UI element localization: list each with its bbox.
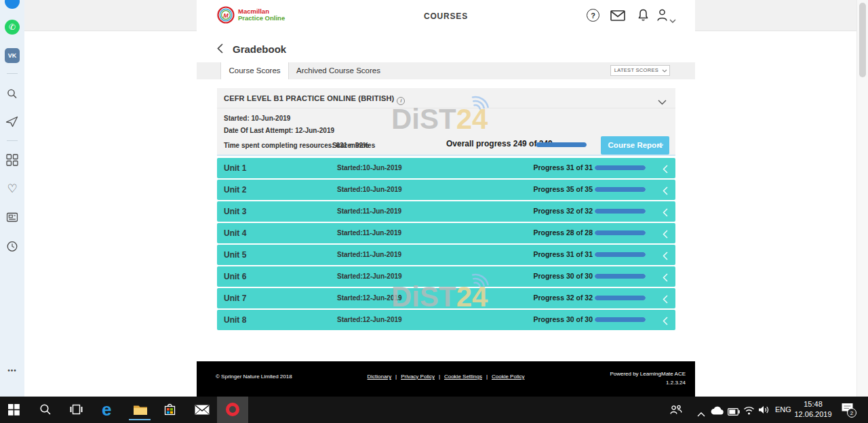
tab-archived-course-scores[interactable]: Archived Course Scores (290, 62, 387, 79)
start-button-icon[interactable] (8, 404, 20, 418)
telegram-plane-icon[interactable] (6, 116, 19, 130)
unit-started: Started:10-Jun-2019 (337, 164, 402, 172)
unit-row[interactable]: Unit 7 Started:12-Jun-2019 Progress 32 o… (217, 288, 675, 308)
course-chevron-down-icon[interactable] (658, 96, 667, 108)
unit-row[interactable]: Unit 3 Started:11-Jun-2019 Progress 32 o… (217, 201, 675, 222)
unit-name: Unit 3 (224, 207, 246, 216)
history-clock-icon[interactable] (7, 241, 18, 255)
course-accordion-header[interactable]: CEFR LEVEL B1 PRACTICE ONLINE (BRITISH)i (217, 88, 675, 108)
unit-chevron-icon[interactable] (663, 251, 668, 263)
course-title: CEFR LEVEL B1 PRACTICE ONLINE (BRITISH)i (224, 94, 405, 105)
unit-progress-label: Progress 31 of 31 (533, 163, 593, 172)
footer-link[interactable]: Privacy Policy (401, 374, 444, 380)
unit-chevron-icon[interactable] (663, 273, 668, 285)
unit-row[interactable]: Unit 6 Started:12-Jun-2019 Progress 30 o… (217, 266, 675, 287)
footer-version: 1.2.3.24 (666, 380, 686, 386)
unit-chevron-icon[interactable] (663, 294, 668, 306)
messenger-icon[interactable] (5, 0, 20, 9)
unit-chevron-icon[interactable] (663, 229, 668, 241)
volume-icon[interactable] (758, 405, 770, 418)
overall-progress-fill (536, 142, 587, 147)
unit-progress-fill (595, 296, 646, 300)
windows-taskbar: e ENG 15: (0, 397, 868, 423)
footer-link[interactable]: Cookie Policy (492, 374, 524, 380)
back-chevron-icon[interactable] (217, 43, 223, 56)
news-icon[interactable] (7, 212, 18, 225)
unit-name: Unit 8 (224, 315, 246, 325)
unit-row[interactable]: Unit 2 Started:10-Jun-2019 Progress 35 o… (217, 180, 675, 200)
sort-chevron-down-icon (662, 69, 667, 73)
footer-powered-by: Powered by LearningMate ACE (610, 371, 686, 377)
file-explorer-icon[interactable] (133, 404, 148, 418)
unit-progress-fill (595, 252, 646, 257)
unit-progress-bar (595, 230, 646, 235)
vk-icon[interactable]: VK (5, 48, 20, 63)
speed-dial-grid-icon[interactable] (6, 154, 18, 169)
unit-row[interactable]: Unit 1 Started:10-Jun-2019 Progress 31 o… (217, 158, 675, 178)
report-chevron-down-icon (657, 144, 664, 148)
unit-row[interactable]: Unit 8 Started:12-Jun-2019 Progress 30 o… (217, 310, 675, 330)
people-icon[interactable] (670, 405, 682, 418)
open-app-indicator (129, 419, 151, 420)
help-icon[interactable]: ? (587, 9, 599, 22)
unit-progress-bar (595, 252, 646, 257)
opera-taskbar-cell[interactable] (217, 397, 248, 423)
unit-name: Unit 6 (224, 272, 246, 281)
unit-chevron-icon[interactable] (663, 186, 668, 198)
unit-progress-bar (595, 165, 646, 170)
clock[interactable]: 15:48 12.06.2019 (789, 399, 837, 420)
unit-progress-label: Progress 35 of 35 (533, 185, 593, 193)
wifi-icon[interactable] (743, 405, 755, 418)
mail-app-icon[interactable] (195, 405, 210, 418)
whatsapp-icon[interactable]: ✆ (5, 20, 20, 35)
course-report-button[interactable]: Course Report (601, 136, 669, 155)
account-chevron-down-icon[interactable] (669, 14, 676, 26)
unit-list: Unit 1 Started:10-Jun-2019 Progress 31 o… (217, 158, 675, 331)
unit-row[interactable]: Unit 5 Started:11-Jun-2019 Progress 31 o… (217, 245, 675, 265)
edge-icon[interactable]: e (102, 401, 111, 418)
unit-started: Started:11-Jun-2019 (337, 251, 401, 258)
sidebar-more-icon[interactable]: ••• (7, 367, 17, 374)
info-icon[interactable]: i (397, 97, 405, 105)
unit-progress-fill (595, 274, 646, 279)
scrollbar-thumb[interactable] (859, 3, 866, 77)
unit-chevron-icon[interactable] (663, 207, 668, 220)
browser-scrollbar[interactable] (856, 0, 868, 397)
notifications-bell-icon[interactable] (637, 9, 649, 25)
store-icon[interactable] (163, 403, 176, 419)
unit-progress-label: Progress 32 of 32 (533, 207, 593, 215)
tab-course-scores[interactable]: Course Scores (220, 62, 289, 79)
course-last-attempt: Date Of Last Attempt: 12-Jun-2019 (224, 127, 334, 134)
tray-chevron-up-icon[interactable] (697, 407, 705, 420)
page-footer: © Springer Nature Limited 2018 Dictionar… (197, 361, 695, 397)
overall-progress-bar (536, 142, 587, 147)
battery-icon[interactable] (728, 406, 740, 418)
unit-name: Unit 1 (224, 163, 246, 173)
unit-progress-label: Progress 32 of 32 (533, 294, 593, 302)
unit-progress-label: Progress 30 of 30 (533, 315, 593, 323)
mail-icon[interactable] (610, 10, 625, 24)
unit-started: Started:12-Jun-2019 (337, 273, 402, 280)
unit-started: Started:12-Jun-2019 (337, 316, 402, 323)
clock-time: 15:48 (789, 399, 837, 409)
unit-progress-fill (595, 187, 646, 192)
account-icon[interactable] (656, 9, 668, 24)
unit-name: Unit 5 (224, 250, 246, 260)
task-view-icon[interactable] (70, 404, 83, 418)
taskbar-search-icon[interactable] (39, 403, 52, 418)
unit-name: Unit 2 (224, 185, 246, 195)
onedrive-cloud-icon[interactable] (711, 405, 724, 418)
sort-dropdown[interactable]: LATEST SCORES (610, 65, 670, 76)
unit-chevron-icon[interactable] (663, 316, 668, 328)
unit-started: Started:11-Jun-2019 (337, 229, 401, 237)
footer-link[interactable]: Dictionary (368, 374, 401, 380)
notification-badge: 2 (847, 408, 856, 418)
page-title: Gradebook (233, 43, 286, 55)
site-header: M Macmillan Practice Online COURSES ? (197, 0, 695, 31)
footer-link[interactable]: Cookie Settings (444, 374, 492, 380)
unit-chevron-icon[interactable] (663, 164, 668, 176)
search-icon[interactable] (7, 88, 18, 102)
unit-row[interactable]: Unit 4 Started:11-Jun-2019 Progress 28 o… (217, 223, 675, 243)
bookmarks-heart-icon[interactable]: ♡ (7, 182, 17, 196)
unit-progress-bar (595, 209, 646, 214)
